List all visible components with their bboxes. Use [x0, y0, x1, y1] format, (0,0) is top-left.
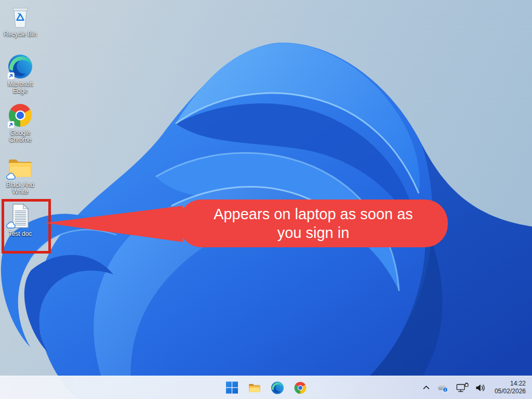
taskbar-center-buttons	[225, 376, 307, 399]
desktop-icon-microsoft-edge[interactable]: Microsoft Edge	[0, 53, 41, 95]
volume-icon	[475, 383, 486, 392]
desktop-icon-label: Recycle Bin	[4, 31, 36, 38]
taskbar-clock[interactable]: 14:22 05/02/2026	[491, 378, 529, 397]
desktop-icon-black-and-white-folder[interactable]: Black And White	[0, 154, 41, 195]
desktop-icon-label: Google Chrome	[1, 130, 39, 143]
volume-tray-button[interactable]	[474, 380, 488, 395]
start-icon	[225, 381, 238, 394]
network-tray-button[interactable]	[455, 380, 470, 395]
desktop-icon-label: Test doc	[9, 231, 32, 237]
shortcut-arrow-icon	[7, 121, 15, 128]
onedrive-cloud-icon	[436, 383, 449, 393]
desktop: Recycle Bin Mic	[0, 0, 532, 399]
edge-button[interactable]	[271, 381, 284, 394]
desktop-icon-label: Black And White	[1, 182, 39, 195]
file-explorer-button[interactable]	[248, 381, 261, 394]
annotation-callout: Appears on laptop as soon as you sign in	[179, 200, 448, 247]
clock-time: 14:22	[510, 380, 526, 388]
start-button[interactable]	[225, 381, 238, 394]
recycle-bin-icon	[9, 4, 31, 29]
desktop-icon-test-doc[interactable]: Test doc	[0, 203, 41, 237]
file-explorer-icon	[248, 382, 261, 393]
taskbar: 14:22 05/02/2026	[0, 376, 532, 399]
annotation-callout-text: Appears on laptop as soon as you sign in	[201, 205, 425, 242]
chrome-icon	[294, 381, 307, 394]
onedrive-sync-badge-icon	[6, 221, 16, 229]
edge-icon	[271, 381, 284, 394]
shortcut-arrow-icon	[7, 72, 15, 79]
desktop-icon-label: Microsoft Edge	[1, 81, 39, 95]
chevron-up-icon	[423, 385, 430, 390]
onedrive-sync-badge-icon	[6, 172, 16, 180]
clock-date: 05/02/2026	[495, 388, 526, 395]
desktop-icon-recycle-bin[interactable]: Recycle Bin	[0, 3, 41, 38]
desktop-icon-google-chrome[interactable]: Black And White Google Chrome	[0, 102, 41, 143]
chrome-button[interactable]	[294, 381, 307, 394]
taskbar-system-tray: 14:22 05/02/2026	[421, 376, 529, 399]
network-ethernet-icon	[456, 382, 469, 393]
show-hidden-icons-button[interactable]	[421, 380, 431, 395]
onedrive-tray-button[interactable]	[435, 380, 451, 395]
